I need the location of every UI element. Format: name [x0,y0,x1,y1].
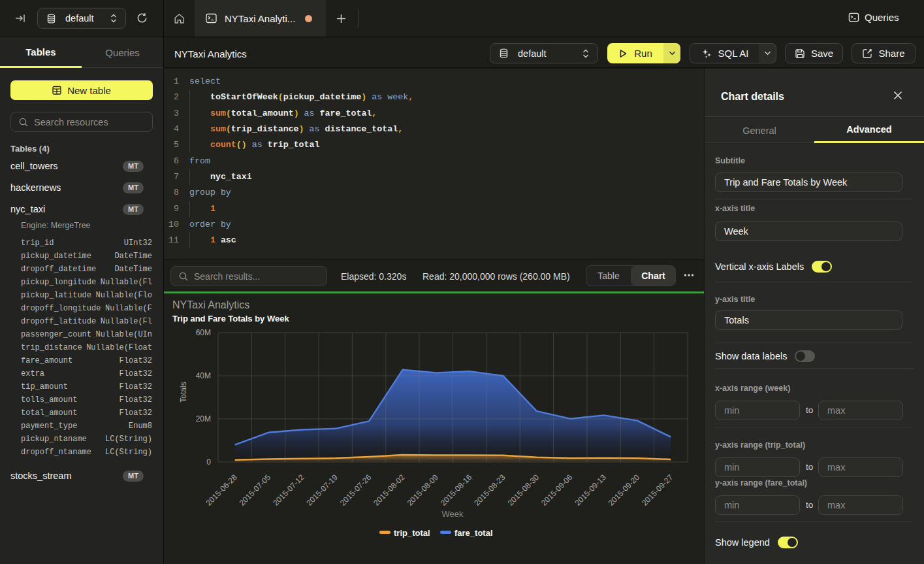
svg-text:60M: 60M [196,328,211,337]
svg-text:2015-09-20: 2015-09-20 [607,473,642,508]
svg-text:Week: Week [442,509,464,519]
svg-text:2015-09-06: 2015-09-06 [539,473,575,508]
svg-text:Totals: Totals [179,382,188,402]
svg-text:2015-07-19: 2015-07-19 [305,473,340,508]
svg-text:2015-07-26: 2015-07-26 [338,473,374,508]
svg-text:trip_total: trip_total [394,528,430,538]
svg-text:2015-08-16: 2015-08-16 [439,473,474,508]
svg-text:fare_total: fare_total [454,528,493,538]
svg-text:2015-08-02: 2015-08-02 [372,473,407,508]
svg-text:0: 0 [206,457,211,467]
svg-text:2015-09-27: 2015-09-27 [640,473,675,508]
svg-text:2015-08-09: 2015-08-09 [406,473,441,508]
svg-text:40M: 40M [196,371,211,380]
svg-text:2015-08-23: 2015-08-23 [472,473,507,508]
svg-text:2015-07-05: 2015-07-05 [238,473,273,508]
svg-text:2015-07-12: 2015-07-12 [271,473,306,508]
svg-text:2015-09-13: 2015-09-13 [573,473,608,508]
svg-text:2015-06-28: 2015-06-28 [204,473,240,508]
svg-text:2015-08-30: 2015-08-30 [506,473,541,508]
svg-text:20M: 20M [196,414,211,423]
